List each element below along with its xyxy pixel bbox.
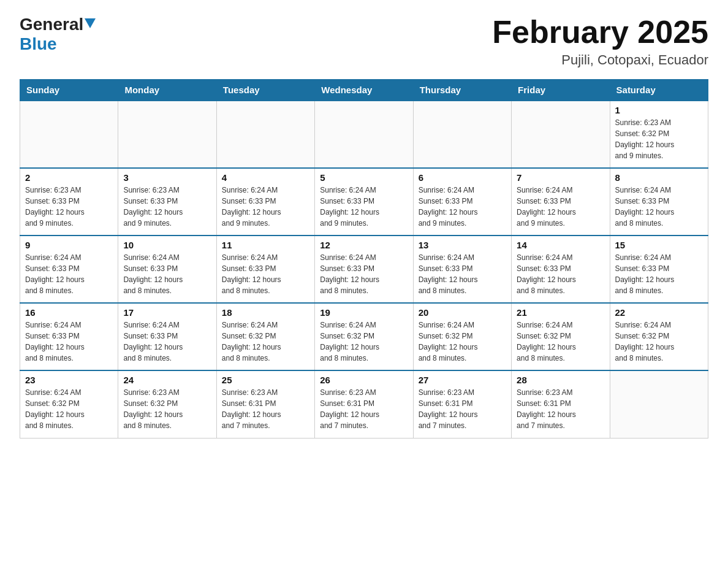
day-info: Sunrise: 6:24 AM Sunset: 6:33 PM Dayligh…	[25, 320, 113, 364]
day-number: 7	[517, 172, 604, 183]
day-info: Sunrise: 6:24 AM Sunset: 6:33 PM Dayligh…	[615, 252, 703, 296]
table-row: 28Sunrise: 6:23 AM Sunset: 6:31 PM Dayli…	[512, 370, 610, 438]
day-info: Sunrise: 6:24 AM Sunset: 6:32 PM Dayligh…	[615, 320, 703, 364]
day-number: 13	[419, 240, 506, 250]
day-info: Sunrise: 6:24 AM Sunset: 6:33 PM Dayligh…	[320, 185, 408, 229]
header-friday: Friday	[512, 80, 610, 101]
day-number: 9	[25, 240, 113, 250]
table-row: 10Sunrise: 6:24 AM Sunset: 6:33 PM Dayli…	[118, 236, 216, 303]
logo: General Blue	[20, 15, 96, 54]
table-row: 22Sunrise: 6:24 AM Sunset: 6:32 PM Dayli…	[610, 303, 708, 370]
day-number: 19	[320, 307, 408, 318]
svg-marker-0	[85, 18, 96, 28]
table-row	[610, 370, 708, 438]
day-info: Sunrise: 6:24 AM Sunset: 6:33 PM Dayligh…	[615, 185, 703, 229]
day-info: Sunrise: 6:24 AM Sunset: 6:33 PM Dayligh…	[123, 252, 211, 296]
day-number: 27	[419, 375, 506, 385]
table-row: 8Sunrise: 6:24 AM Sunset: 6:33 PM Daylig…	[610, 168, 708, 236]
table-row: 4Sunrise: 6:24 AM Sunset: 6:33 PM Daylig…	[216, 168, 314, 236]
day-number: 22	[615, 307, 703, 318]
logo-blue-text: Blue	[20, 34, 57, 53]
day-info: Sunrise: 6:24 AM Sunset: 6:33 PM Dayligh…	[517, 185, 604, 229]
day-info: Sunrise: 6:24 AM Sunset: 6:32 PM Dayligh…	[517, 320, 604, 364]
day-info: Sunrise: 6:23 AM Sunset: 6:33 PM Dayligh…	[123, 185, 211, 229]
day-info: Sunrise: 6:24 AM Sunset: 6:32 PM Dayligh…	[419, 320, 506, 364]
location-title: Pujili, Cotopaxi, Ecuador	[492, 52, 708, 68]
day-info: Sunrise: 6:24 AM Sunset: 6:33 PM Dayligh…	[123, 320, 211, 364]
logo-arrow-icon	[85, 18, 96, 31]
day-number: 10	[123, 240, 211, 250]
week-row: 2Sunrise: 6:23 AM Sunset: 6:33 PM Daylig…	[20, 168, 708, 236]
day-info: Sunrise: 6:24 AM Sunset: 6:32 PM Dayligh…	[222, 320, 309, 364]
day-info: Sunrise: 6:24 AM Sunset: 6:33 PM Dayligh…	[25, 252, 113, 296]
header-monday: Monday	[118, 80, 216, 101]
day-number: 24	[123, 375, 211, 385]
header-sunday: Sunday	[20, 80, 118, 101]
table-row	[20, 101, 118, 168]
table-row: 3Sunrise: 6:23 AM Sunset: 6:33 PM Daylig…	[118, 168, 216, 236]
day-number: 3	[123, 172, 211, 183]
table-row: 15Sunrise: 6:24 AM Sunset: 6:33 PM Dayli…	[610, 236, 708, 303]
logo-general-text: General	[20, 15, 83, 34]
day-info: Sunrise: 6:23 AM Sunset: 6:31 PM Dayligh…	[517, 387, 604, 431]
table-row: 14Sunrise: 6:24 AM Sunset: 6:33 PM Dayli…	[512, 236, 610, 303]
calendar-table: Sunday Monday Tuesday Wednesday Thursday…	[20, 79, 708, 439]
table-row	[512, 101, 610, 168]
day-number: 11	[222, 240, 309, 250]
header-saturday: Saturday	[610, 80, 708, 101]
day-info: Sunrise: 6:24 AM Sunset: 6:33 PM Dayligh…	[222, 252, 309, 296]
header-thursday: Thursday	[413, 80, 511, 101]
page-header: General Blue February 2025 Pujili, Cotop…	[20, 15, 708, 68]
table-row: 27Sunrise: 6:23 AM Sunset: 6:31 PM Dayli…	[413, 370, 511, 438]
day-number: 4	[222, 172, 309, 183]
month-title: February 2025	[492, 15, 708, 50]
day-number: 25	[222, 375, 309, 385]
title-block: February 2025 Pujili, Cotopaxi, Ecuador	[492, 15, 708, 68]
table-row: 2Sunrise: 6:23 AM Sunset: 6:33 PM Daylig…	[20, 168, 118, 236]
day-number: 2	[25, 172, 113, 183]
table-row: 17Sunrise: 6:24 AM Sunset: 6:33 PM Dayli…	[118, 303, 216, 370]
table-row: 26Sunrise: 6:23 AM Sunset: 6:31 PM Dayli…	[315, 370, 413, 438]
day-info: Sunrise: 6:24 AM Sunset: 6:32 PM Dayligh…	[25, 387, 113, 431]
table-row: 16Sunrise: 6:24 AM Sunset: 6:33 PM Dayli…	[20, 303, 118, 370]
day-info: Sunrise: 6:24 AM Sunset: 6:33 PM Dayligh…	[320, 252, 408, 296]
table-row	[118, 101, 216, 168]
day-info: Sunrise: 6:23 AM Sunset: 6:31 PM Dayligh…	[320, 387, 408, 431]
day-info: Sunrise: 6:24 AM Sunset: 6:32 PM Dayligh…	[320, 320, 408, 364]
day-number: 18	[222, 307, 309, 318]
table-row	[315, 101, 413, 168]
table-row: 12Sunrise: 6:24 AM Sunset: 6:33 PM Dayli…	[315, 236, 413, 303]
day-info: Sunrise: 6:24 AM Sunset: 6:33 PM Dayligh…	[419, 185, 506, 229]
day-info: Sunrise: 6:23 AM Sunset: 6:31 PM Dayligh…	[419, 387, 506, 431]
day-info: Sunrise: 6:23 AM Sunset: 6:33 PM Dayligh…	[25, 185, 113, 229]
week-row: 9Sunrise: 6:24 AM Sunset: 6:33 PM Daylig…	[20, 236, 708, 303]
table-row: 24Sunrise: 6:23 AM Sunset: 6:32 PM Dayli…	[118, 370, 216, 438]
week-row: 16Sunrise: 6:24 AM Sunset: 6:33 PM Dayli…	[20, 303, 708, 370]
day-number: 20	[419, 307, 506, 318]
table-row: 18Sunrise: 6:24 AM Sunset: 6:32 PM Dayli…	[216, 303, 314, 370]
day-number: 23	[25, 375, 113, 385]
day-info: Sunrise: 6:23 AM Sunset: 6:32 PM Dayligh…	[123, 387, 211, 431]
day-number: 1	[615, 105, 703, 115]
table-row: 9Sunrise: 6:24 AM Sunset: 6:33 PM Daylig…	[20, 236, 118, 303]
day-number: 8	[615, 172, 703, 183]
table-row: 1Sunrise: 6:23 AM Sunset: 6:32 PM Daylig…	[610, 101, 708, 168]
day-number: 14	[517, 240, 604, 250]
day-number: 17	[123, 307, 211, 318]
day-number: 21	[517, 307, 604, 318]
table-row: 20Sunrise: 6:24 AM Sunset: 6:32 PM Dayli…	[413, 303, 511, 370]
day-info: Sunrise: 6:23 AM Sunset: 6:31 PM Dayligh…	[222, 387, 309, 431]
table-row: 23Sunrise: 6:24 AM Sunset: 6:32 PM Dayli…	[20, 370, 118, 438]
table-row: 5Sunrise: 6:24 AM Sunset: 6:33 PM Daylig…	[315, 168, 413, 236]
day-number: 6	[419, 172, 506, 183]
day-number: 28	[517, 375, 604, 385]
table-row: 6Sunrise: 6:24 AM Sunset: 6:33 PM Daylig…	[413, 168, 511, 236]
day-info: Sunrise: 6:24 AM Sunset: 6:33 PM Dayligh…	[419, 252, 506, 296]
day-info: Sunrise: 6:24 AM Sunset: 6:33 PM Dayligh…	[222, 185, 309, 229]
day-number: 16	[25, 307, 113, 318]
table-row: 7Sunrise: 6:24 AM Sunset: 6:33 PM Daylig…	[512, 168, 610, 236]
table-row	[413, 101, 511, 168]
day-number: 12	[320, 240, 408, 250]
header-tuesday: Tuesday	[216, 80, 314, 101]
table-row: 11Sunrise: 6:24 AM Sunset: 6:33 PM Dayli…	[216, 236, 314, 303]
